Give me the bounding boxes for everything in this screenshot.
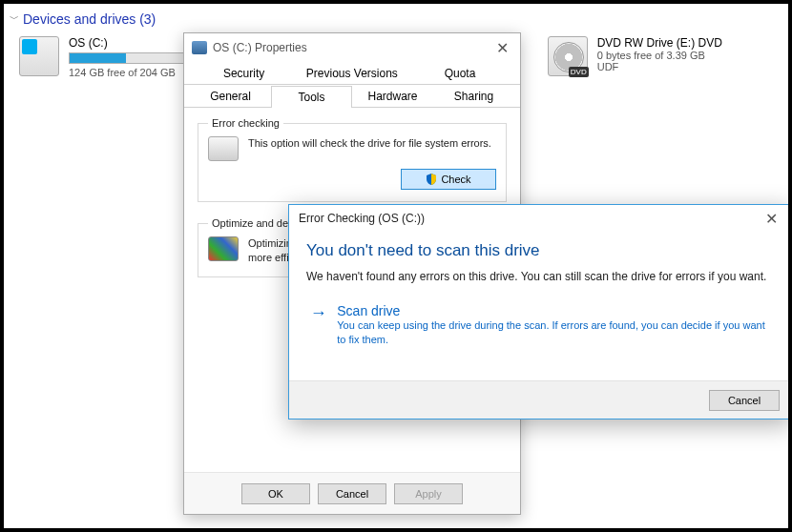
scan-drive-title: Scan drive [337, 303, 769, 318]
error-checking-body: We haven't found any errors on this driv… [306, 270, 774, 283]
tab-tools[interactable]: Tools [271, 86, 352, 108]
error-checking-group: Error checking This option will check th… [198, 117, 507, 202]
tab-security[interactable]: Security [190, 62, 298, 84]
scan-drive-sub: You can keep using the drive during the … [337, 318, 769, 347]
tab-previous-versions[interactable]: Previous Versions [298, 62, 406, 84]
scan-drive-option[interactable]: → Scan drive You can keep using the driv… [306, 297, 774, 354]
tab-row-top: Security Previous Versions Quota [184, 62, 520, 85]
tab-quota[interactable]: Quota [406, 62, 513, 84]
devices-section-header[interactable]: ﹀ Devices and drives (3) [10, 8, 782, 31]
tab-general[interactable]: General [190, 85, 271, 107]
error-checking-legend: Error checking [208, 117, 283, 129]
error-checking-dialog: Error Checking (OS (C:)) ✕ You don't nee… [288, 204, 792, 419]
cancel-button[interactable]: Cancel [318, 483, 386, 504]
tab-row-bottom: General Tools Hardware Sharing [184, 85, 520, 108]
drive-dvd-e[interactable]: DVD RW Drive (E:) DVD 0 bytes free of 3.… [548, 36, 779, 78]
shield-icon [426, 174, 437, 185]
drive-free-text: 0 bytes free of 3.39 GB [597, 50, 722, 61]
optimize-desc: Optimizin more effi [248, 236, 292, 265]
chevron-down-icon: ﹀ [10, 12, 19, 26]
close-icon[interactable]: ✕ [492, 39, 512, 57]
cancel-button[interactable]: Cancel [709, 390, 780, 411]
properties-footer: OK Cancel Apply [184, 472, 520, 514]
dvd-drive-icon [548, 36, 588, 76]
check-button-label: Check [441, 174, 470, 185]
error-checking-heading: You don't need to scan this drive [306, 241, 774, 260]
devices-section-title: Devices and drives (3) [23, 11, 156, 27]
optimize-icon [208, 236, 239, 261]
tab-sharing[interactable]: Sharing [433, 85, 514, 107]
optimize-legend: Optimize and def [208, 217, 295, 229]
drive-small-icon [192, 41, 207, 54]
arrow-right-icon: → [309, 303, 327, 347]
properties-title: OS (C:) Properties [213, 41, 307, 54]
tab-hardware[interactable]: Hardware [352, 85, 433, 107]
close-icon[interactable]: ✕ [761, 210, 782, 228]
drive-usage-fill [70, 53, 126, 63]
ok-button[interactable]: OK [241, 483, 310, 504]
apply-button[interactable]: Apply [394, 483, 463, 504]
error-checking-titlebar[interactable]: Error Checking (OS (C:)) ✕ [289, 205, 791, 232]
drive-icon [19, 36, 59, 76]
drive-icon [208, 136, 239, 161]
properties-titlebar[interactable]: OS (C:) Properties ✕ [184, 33, 520, 62]
drive-title: DVD RW Drive (E:) DVD [597, 36, 722, 50]
drive-fs-text: UDF [597, 61, 722, 72]
check-button[interactable]: Check [401, 169, 496, 190]
error-checking-footer: Cancel [289, 380, 791, 419]
error-checking-desc: This option will check the drive for fil… [248, 136, 491, 161]
error-checking-title: Error Checking (OS (C:)) [299, 212, 425, 225]
